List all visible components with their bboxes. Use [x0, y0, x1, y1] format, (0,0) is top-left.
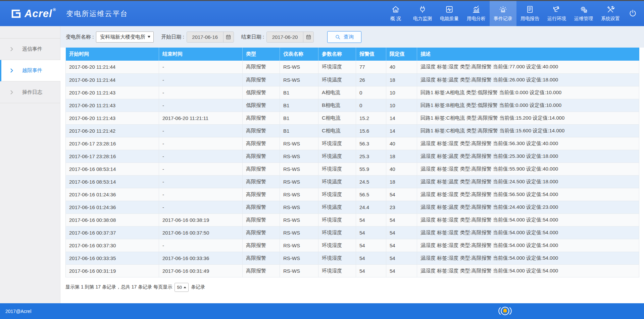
cell-start-time: 2017-06-20 11:21:42: [66, 124, 159, 137]
end-date-input[interactable]: 2017-06-20: [266, 31, 314, 43]
cell-limit-value: 54: [386, 239, 417, 252]
nav-item-system-settings[interactable]: 系统设置: [597, 0, 624, 26]
cell-alarm-value: 15.2: [356, 112, 386, 124]
cell-end-time: -: [159, 73, 243, 86]
cell-start-time: 2017-06-16 01:24:36: [66, 201, 159, 213]
acrel-logo-icon: [10, 9, 21, 19]
cell-limit-value: 18: [386, 175, 417, 188]
table-row: 2017-06-16 00:37:37 2017-06-16 00:37:50 …: [66, 226, 639, 239]
cell-limit-value: 14: [386, 124, 417, 137]
tools-icon: [606, 5, 615, 14]
cell-end-time: -: [159, 201, 243, 213]
nav-item-event-records[interactable]: 事件记录: [490, 0, 516, 26]
search-button[interactable]: 查询: [327, 31, 361, 43]
cell-param-name: 环境温度: [318, 73, 356, 86]
nav-item-om-management[interactable]: 运维管理: [570, 0, 597, 26]
cell-type: 高限报警: [243, 239, 280, 252]
chevron-right-icon: [10, 68, 13, 73]
nav-item-label: 电能质量: [440, 16, 459, 22]
window-top-edge: [0, 0, 644, 1]
nav-item-usage-analysis[interactable]: 用电分析: [463, 0, 490, 26]
cell-param-name: 环境湿度: [318, 213, 356, 226]
cell-end-time: -: [159, 99, 243, 112]
chevron-right-icon: [10, 90, 13, 94]
table-row: 2017-06-16 08:53:14 - 高限报警 RS-WS 环境温度 24…: [66, 175, 639, 188]
table-row: 2017-06-16 01:24:36 - 高限报警 RS-WS 环境温度 24…: [66, 201, 639, 213]
cell-alarm-value: 25.3: [356, 150, 386, 163]
cell-param-name: B相电流: [318, 99, 356, 112]
col-header-description: 描述: [417, 48, 639, 61]
cell-limit-value: 40: [386, 61, 417, 73]
cell-alarm-value: 54: [356, 264, 386, 277]
page-size-value: 50: [177, 285, 182, 290]
cell-type: 高限报警: [243, 137, 280, 150]
table-row: 2017-06-16 01:24:36 - 高限报警 RS-WS 环境湿度 56…: [66, 188, 639, 201]
bar-chart-icon: [472, 5, 481, 14]
notification-bell-icon[interactable]: [498, 305, 512, 317]
table-row: 2017-06-20 11:21:43 - 低限报警 B1 B相电流 0 10 …: [66, 99, 639, 112]
table-header-row: 开始时间 结束时间 类型 仪表名称 参数名称 报警值 限定值 描述: [66, 48, 639, 61]
cell-start-time: 2017-06-20 11:21:44: [66, 73, 159, 86]
nav-item-overview[interactable]: 概 况: [382, 0, 409, 26]
cell-limit-value: 23: [386, 201, 417, 213]
caret-down-icon: [148, 36, 150, 38]
table-row: 2017-06-20 11:21:42 - 高限报警 B1 C相电流 15.6 …: [66, 124, 639, 137]
cell-limit-value: 54: [386, 226, 417, 239]
nav-item-power-logout[interactable]: [624, 0, 641, 26]
table-row: 2017-06-17 23:28:16 - 高限报警 RS-WS 环境湿度 56…: [66, 137, 639, 150]
cell-alarm-value: 24.5: [356, 175, 386, 188]
start-date-input[interactable]: 2017-06-16: [187, 31, 234, 43]
nav-item-environment[interactable]: 运行环境: [543, 0, 570, 26]
nav-item-power-monitoring[interactable]: 电力监测: [409, 0, 436, 26]
brand: Acrel® 变电所运维云平台: [10, 1, 128, 26]
cell-param-name: 环境湿度: [318, 163, 356, 175]
sidebar-item-operation-log[interactable]: 操作日志: [0, 82, 60, 103]
chevron-right-icon: [10, 47, 13, 51]
cell-type: 高限报警: [243, 213, 280, 226]
cell-device-name: RS-WS: [280, 201, 318, 213]
sidebar-item-limit-exceed-events[interactable]: 越限事件: [0, 60, 60, 81]
table-row: 2017-06-20 11:21:43 - 低限报警 B1 A相电流 0 10 …: [66, 86, 639, 99]
main-content: 变电所名称 : 安科瑞新大楼变电所 开始日期 : 2017-06-16 结束日期…: [60, 26, 644, 303]
cell-type: 低限报警: [243, 99, 280, 112]
cell-alarm-value: 0: [356, 86, 386, 99]
cell-start-time: 2017-06-16 08:53:14: [66, 175, 159, 188]
sidebar-item-label: 越限事件: [22, 67, 42, 74]
cell-start-time: 2017-06-16 00:37:37: [66, 226, 159, 239]
calendar-icon[interactable]: [223, 32, 234, 42]
cell-start-time: 2017-06-20 11:21:43: [66, 99, 159, 112]
cell-device-name: B1: [280, 112, 318, 124]
main-nav: 概 况 电力监测 电能质量 用电分析 事件记录: [382, 0, 641, 26]
cell-alarm-value: 56.3: [356, 137, 386, 150]
cell-description: 温湿度 标签:湿度 类型:高限报警 当前值:56.300 设定值:40.000: [417, 137, 639, 150]
filter-bar: 变电所名称 : 安科瑞新大楼变电所 开始日期 : 2017-06-16 结束日期…: [60, 26, 644, 48]
cell-end-time: -: [159, 239, 243, 252]
col-header-limit-value: 限定值: [386, 48, 417, 61]
cell-start-time: 2017-06-17 23:28:16: [66, 150, 159, 163]
cell-alarm-value: 54: [356, 226, 386, 239]
col-header-param-name: 参数名称: [318, 48, 356, 61]
cell-type: 高限报警: [243, 73, 280, 86]
cell-end-time: -: [159, 163, 243, 175]
nav-item-power-quality[interactable]: 电能质量: [436, 0, 463, 26]
cell-start-time: 2017-06-16 08:53:14: [66, 163, 159, 175]
station-select[interactable]: 安科瑞新大楼变电所: [96, 31, 154, 43]
cell-limit-value: 40: [386, 163, 417, 175]
gear-check-icon: [579, 5, 588, 14]
calendar-icon[interactable]: [303, 32, 313, 42]
footer: 2017@Acrel: [0, 303, 644, 319]
cell-type: 高限报警: [243, 163, 280, 175]
nav-item-usage-report[interactable]: 用电报告: [516, 0, 543, 26]
nav-item-label: 运行环境: [547, 16, 566, 22]
col-header-alarm-value: 报警值: [356, 48, 386, 61]
sidebar-item-remote-signal-events[interactable]: 遥信事件: [0, 39, 60, 60]
sidebar-item-label: 操作日志: [22, 89, 42, 95]
page-size-select[interactable]: 50: [175, 283, 189, 292]
cell-limit-value: 40: [386, 137, 417, 150]
nav-item-label: 运维管理: [574, 16, 593, 22]
col-header-type: 类型: [243, 48, 280, 61]
cell-type: 高限报警: [243, 252, 280, 264]
sidebar: 遥信事件 越限事件 操作日志: [0, 26, 60, 303]
start-date-label: 开始日期 :: [161, 34, 184, 40]
report-document-icon: [526, 5, 534, 14]
